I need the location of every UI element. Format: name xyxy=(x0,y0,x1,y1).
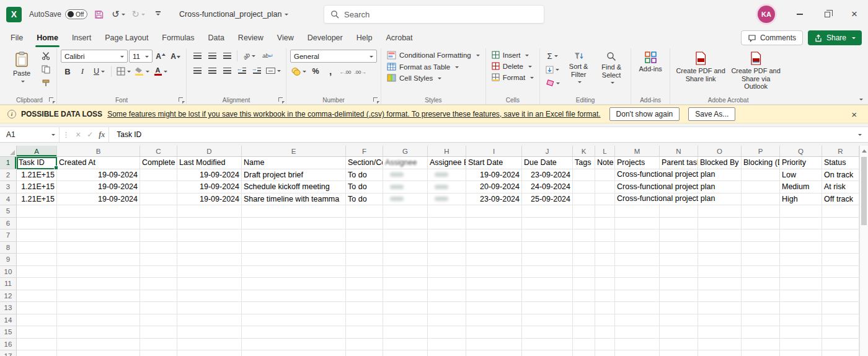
expand-formula-bar-button[interactable] xyxy=(850,133,868,136)
cell-E6[interactable] xyxy=(242,218,346,230)
cell-L3[interactable] xyxy=(595,181,615,194)
cell-O12[interactable] xyxy=(698,290,742,303)
cell-A5[interactable] xyxy=(17,205,57,218)
cell-Q16[interactable] xyxy=(780,339,822,351)
cell-A3[interactable]: 1.21E+15 xyxy=(17,181,57,194)
cell-C16[interactable] xyxy=(140,339,177,351)
cell-G6[interactable] xyxy=(383,218,428,230)
cell-R15[interactable] xyxy=(822,326,859,339)
scroll-up-arrow-icon[interactable] xyxy=(860,146,868,156)
cell-D1[interactable]: Last Modified xyxy=(177,157,242,169)
cell-R10[interactable] xyxy=(822,266,859,278)
cell-F11[interactable] xyxy=(346,278,383,290)
cell-O6[interactable] xyxy=(698,218,742,230)
format-cells-button[interactable]: Format xyxy=(490,72,536,82)
cell-J6[interactable] xyxy=(522,218,573,230)
decrease-font-size-button[interactable] xyxy=(169,50,182,63)
cell-C5[interactable] xyxy=(140,205,177,218)
cell-M13[interactable] xyxy=(615,302,660,314)
cell-B12[interactable] xyxy=(57,290,140,303)
paste-button[interactable]: Paste xyxy=(6,50,37,83)
tab-acrobat[interactable]: Acrobat xyxy=(379,29,419,47)
cell-M10[interactable] xyxy=(615,266,660,278)
underline-button[interactable]: U xyxy=(91,65,108,78)
minimize-button[interactable] xyxy=(786,0,813,29)
row-header-7[interactable]: 7 xyxy=(0,229,17,242)
cell-C2[interactable] xyxy=(140,169,177,182)
tab-review[interactable]: Review xyxy=(231,29,270,47)
cell-Q12[interactable] xyxy=(780,290,822,303)
cell-N13[interactable] xyxy=(660,302,698,314)
cell-Q7[interactable] xyxy=(780,229,822,242)
cell-P3[interactable] xyxy=(742,181,780,194)
cell-H2[interactable] xyxy=(428,169,466,182)
cell-L5[interactable] xyxy=(595,205,615,218)
col-header-C[interactable]: C xyxy=(140,146,177,157)
confirm-entry-button[interactable] xyxy=(84,130,96,139)
increase-indent-button[interactable] xyxy=(250,65,264,77)
cell-A7[interactable] xyxy=(17,229,57,242)
col-header-N[interactable]: N xyxy=(660,146,698,157)
cell-G5[interactable] xyxy=(383,205,428,218)
cell-G1[interactable]: Assignee xyxy=(383,157,428,169)
cell-P16[interactable] xyxy=(742,339,780,351)
cell-Q17[interactable] xyxy=(780,350,822,356)
cell-O5[interactable] xyxy=(698,205,742,218)
save-button[interactable] xyxy=(90,6,107,23)
cell-K11[interactable] xyxy=(573,278,595,290)
cell-H6[interactable] xyxy=(428,218,466,230)
cell-E7[interactable] xyxy=(242,229,346,242)
cell-E14[interactable] xyxy=(242,314,346,327)
cell-M8[interactable] xyxy=(615,242,660,254)
cell-R12[interactable] xyxy=(822,290,859,303)
cell-A10[interactable] xyxy=(17,266,57,278)
cell-I14[interactable] xyxy=(466,314,522,327)
cell-E10[interactable] xyxy=(242,266,346,278)
cell-I13[interactable] xyxy=(466,302,522,314)
cell-G9[interactable] xyxy=(383,254,428,266)
cell-B7[interactable] xyxy=(57,229,140,242)
cell-F14[interactable] xyxy=(346,314,383,327)
cell-K12[interactable] xyxy=(573,290,595,303)
cell-E4[interactable]: Share timeline with teamma xyxy=(242,194,346,206)
cell-Q14[interactable] xyxy=(780,314,822,327)
copy-button[interactable] xyxy=(39,63,53,76)
undo-button[interactable] xyxy=(110,6,127,23)
cell-Q8[interactable] xyxy=(780,242,822,254)
cell-F8[interactable] xyxy=(346,242,383,254)
cell-K2[interactable] xyxy=(573,169,595,182)
cell-H12[interactable] xyxy=(428,290,466,303)
create-pdf-outlook-button[interactable]: Create PDF and Share via Outlook xyxy=(729,50,782,91)
cell-F13[interactable] xyxy=(346,302,383,314)
cell-R16[interactable] xyxy=(822,339,859,351)
sort-filter-button[interactable]: Sort & Filter xyxy=(563,50,594,84)
cell-M4[interactable]: Cross-functional project plan xyxy=(615,194,660,206)
cell-E8[interactable] xyxy=(242,242,346,254)
cell-M3[interactable]: Cross-functional project plan xyxy=(615,181,660,194)
cell-C9[interactable] xyxy=(140,254,177,266)
col-header-F[interactable]: F xyxy=(346,146,383,157)
cell-P2[interactable] xyxy=(742,169,780,182)
cell-J12[interactable] xyxy=(522,290,573,303)
cell-J13[interactable] xyxy=(522,302,573,314)
cell-Q1[interactable]: Priority xyxy=(780,157,822,169)
col-header-G[interactable]: G xyxy=(383,146,428,157)
cell-M11[interactable] xyxy=(615,278,660,290)
cell-R13[interactable] xyxy=(822,302,859,314)
cell-A17[interactable] xyxy=(17,350,57,356)
cell-R4[interactable]: Off track xyxy=(822,194,859,206)
cell-C6[interactable] xyxy=(140,218,177,230)
cell-H17[interactable] xyxy=(428,350,466,356)
cell-H4[interactable] xyxy=(428,194,466,206)
search-box[interactable]: Search xyxy=(324,5,544,24)
cell-A4[interactable]: 1.21E+15 xyxy=(17,194,57,206)
cell-A8[interactable] xyxy=(17,242,57,254)
cell-N7[interactable] xyxy=(660,229,698,242)
cell-L12[interactable] xyxy=(595,290,615,303)
cell-D2[interactable]: 19-09-2024 xyxy=(177,169,242,182)
cell-R14[interactable] xyxy=(822,314,859,327)
cell-D7[interactable] xyxy=(177,229,242,242)
scrollbar-thumb[interactable] xyxy=(861,157,867,225)
font-dialog-launcher-icon[interactable] xyxy=(179,97,184,103)
close-button[interactable] xyxy=(841,0,868,29)
